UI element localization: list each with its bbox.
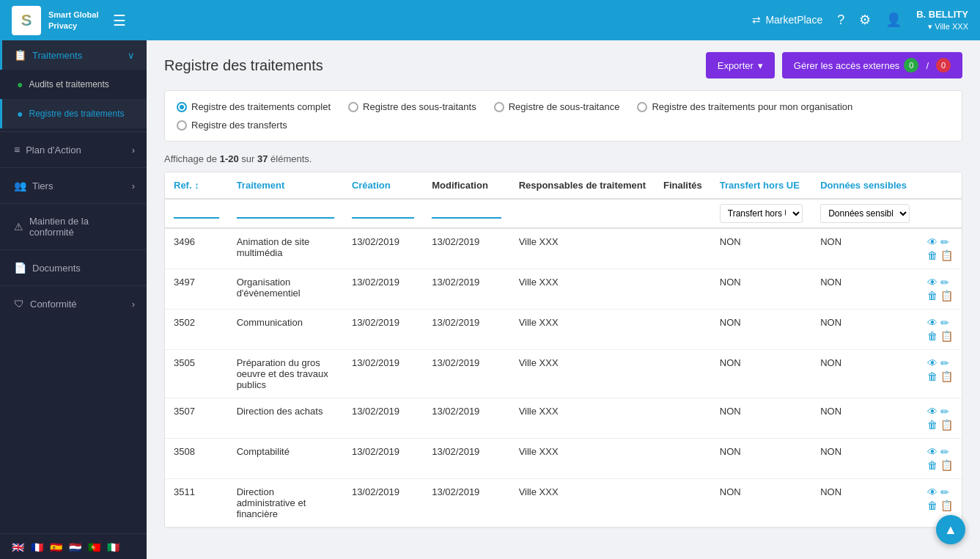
count-prefix: Affichage de: [164, 153, 220, 164]
flag-it[interactable]: 🇮🇹: [107, 541, 123, 552]
view-icon[interactable]: 👁: [927, 317, 937, 329]
scroll-to-top-button[interactable]: ▲: [936, 515, 965, 544]
table-row: 3511 Direction administrative et financi…: [165, 479, 962, 527]
cell-donnees: NON: [811, 269, 918, 310]
hamburger-menu[interactable]: ☰: [113, 12, 126, 29]
edit-icon[interactable]: ✏: [940, 357, 949, 369]
sidebar-item-conformite[interactable]: 🛡 Conformité ›: [0, 289, 147, 318]
copy-icon[interactable]: 📋: [940, 330, 953, 342]
cell-donnees: NON: [811, 439, 918, 479]
view-icon[interactable]: 👁: [927, 236, 937, 248]
cell-creation: 13/02/2019: [343, 398, 423, 439]
sidebar-item-documents[interactable]: 📄 Documents: [0, 253, 147, 282]
filter-creation-input[interactable]: [352, 204, 414, 219]
view-icon[interactable]: 👁: [927, 277, 937, 288]
settings-icon[interactable]: ⚙: [859, 12, 871, 28]
plan-icon: ≡: [14, 144, 20, 156]
delete-icon[interactable]: 🗑: [927, 500, 937, 511]
filter-row-1: Registre des traitements complet Registr…: [177, 101, 950, 112]
radio-sous-traitance[interactable]: [494, 102, 504, 112]
cell-ref: 3505: [165, 350, 228, 398]
radio-organisation[interactable]: [637, 102, 647, 112]
edit-icon[interactable]: ✏: [940, 446, 949, 458]
copy-icon[interactable]: 📋: [940, 249, 953, 261]
view-icon[interactable]: 👁: [927, 357, 937, 369]
edit-icon[interactable]: ✏: [940, 236, 949, 248]
help-icon[interactable]: ?: [837, 12, 844, 28]
filter-traitement-input[interactable]: [237, 204, 334, 219]
delete-icon[interactable]: 🗑: [927, 249, 937, 261]
view-icon[interactable]: 👁: [927, 406, 937, 417]
manage-access-button[interactable]: Gérer les accès externes 0 / 0: [782, 52, 962, 78]
edit-icon[interactable]: ✏: [940, 486, 949, 498]
table-row: 3502 Communication 13/02/2019 13/02/2019…: [165, 310, 962, 350]
copy-icon[interactable]: 📋: [940, 419, 953, 431]
cell-finalites: [655, 439, 711, 479]
col-creation[interactable]: Création: [343, 172, 423, 199]
filter-ref-input[interactable]: [174, 204, 219, 219]
col-traitement[interactable]: Traitement: [228, 172, 343, 199]
filter-transfert-select[interactable]: Transfert hors UE NON OUI: [720, 204, 803, 223]
filter-modification-cell: [423, 199, 509, 228]
top-navigation: S Smart Global Privacy ☰ ⇄ MarketPlace ?…: [0, 0, 980, 40]
radio-sous-traitants[interactable]: [348, 102, 358, 112]
view-icon[interactable]: 👁: [927, 486, 937, 498]
delete-icon[interactable]: 🗑: [927, 459, 937, 471]
copy-icon[interactable]: 📋: [940, 290, 953, 302]
copy-icon[interactable]: 📋: [940, 459, 953, 471]
delete-icon[interactable]: 🗑: [927, 370, 937, 382]
filter-finalites-cell: [655, 199, 711, 228]
flag-fr[interactable]: 🇫🇷: [31, 541, 47, 552]
filter-transferts[interactable]: Registre des transferts: [177, 120, 287, 131]
sidebar-item-traitements[interactable]: 📋 Traitements ∨: [0, 40, 147, 70]
filter-complet[interactable]: Registre des traitements complet: [177, 101, 331, 112]
sidebar-item-audits[interactable]: ● Audits et traitements: [0, 70, 147, 99]
sidebar-item-registre[interactable]: ● Registre des traitements: [0, 99, 147, 128]
copy-icon[interactable]: 📋: [940, 370, 953, 382]
delete-icon[interactable]: 🗑: [927, 330, 937, 342]
filter-modification-input[interactable]: [432, 204, 501, 219]
user-icon[interactable]: 👤: [885, 12, 902, 28]
radio-transferts[interactable]: [177, 120, 187, 131]
marketplace-label: MarketPlace: [765, 14, 822, 26]
cell-transfert: NON: [711, 228, 811, 269]
audits-icon: ●: [17, 78, 23, 90]
delete-icon[interactable]: 🗑: [927, 419, 937, 431]
cell-actions: 👁 ✏ 🗑 📋: [918, 269, 962, 310]
radio-complet[interactable]: [177, 102, 187, 112]
filter-donnees-select[interactable]: Données sensibles NON OUI: [820, 204, 910, 223]
flag-en[interactable]: 🇬🇧: [12, 541, 28, 552]
user-org[interactable]: ▾ Ville XXX: [916, 21, 968, 32]
col-donnees[interactable]: Données sensibles: [811, 172, 918, 199]
logo-box: S: [12, 6, 41, 35]
filter-sous-traitance[interactable]: Registre de sous-traitance: [494, 101, 620, 112]
col-ref[interactable]: Ref. ↕: [165, 172, 228, 199]
edit-icon[interactable]: ✏: [940, 406, 949, 417]
marketplace-button[interactable]: ⇄ MarketPlace: [752, 14, 822, 26]
view-icon[interactable]: 👁: [927, 446, 937, 458]
cell-ref: 3508: [165, 439, 228, 479]
flag-es[interactable]: 🇪🇸: [50, 541, 66, 552]
sidebar-item-maintien[interactable]: ⚠ Maintien de la conformité: [0, 207, 147, 246]
filter-ref-cell: [165, 199, 228, 228]
filter-organisation[interactable]: Registre des traitements pour mon organi…: [637, 101, 852, 112]
cell-traitement: Animation de site multimédia: [228, 228, 343, 269]
delete-icon[interactable]: 🗑: [927, 290, 937, 302]
cell-transfert: NON: [711, 398, 811, 439]
flag-nl[interactable]: 🇳🇱: [69, 541, 85, 552]
edit-icon[interactable]: ✏: [940, 277, 949, 288]
sidebar-item-tiers[interactable]: 👥 Tiers ›: [0, 171, 147, 200]
filter-sous-traitants[interactable]: Registre des sous-traitants: [348, 101, 476, 112]
export-button[interactable]: Exporter ▾: [706, 52, 775, 78]
plan-chevron: ›: [132, 145, 135, 156]
edit-icon[interactable]: ✏: [940, 317, 949, 329]
col-transfert[interactable]: Transfert hors UE: [711, 172, 811, 199]
header-actions: Exporter ▾ Gérer les accès externes 0 / …: [706, 52, 962, 78]
sort-icon-ref: ↕: [194, 180, 199, 191]
filter-organisation-label: Registre des traitements pour mon organi…: [652, 101, 852, 112]
flag-pt[interactable]: 🇵🇹: [88, 541, 104, 552]
sidebar-item-plan[interactable]: ≡ Plan d'Action ›: [0, 135, 147, 164]
copy-icon[interactable]: 📋: [940, 500, 953, 511]
sidebar-item-left: ≡ Plan d'Action: [14, 144, 81, 156]
sidebar-label-documents: Documents: [32, 263, 81, 274]
